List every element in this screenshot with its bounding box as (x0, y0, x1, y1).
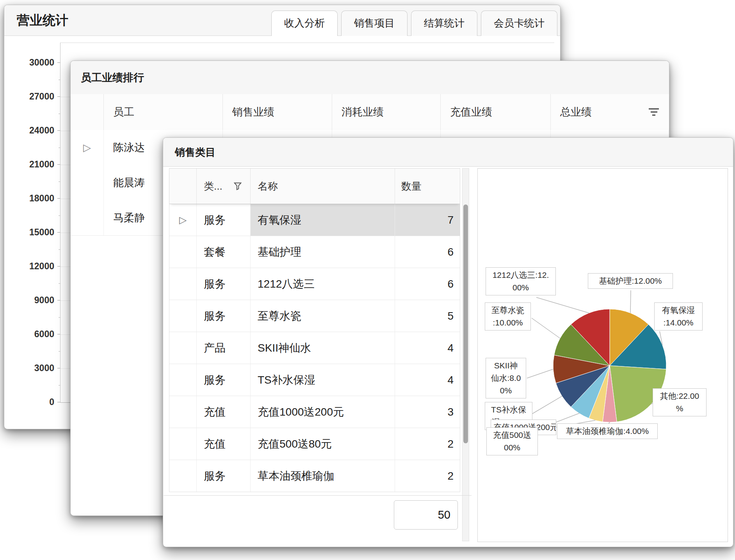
pie-label-line: 00% (488, 281, 553, 294)
column-filter-icon[interactable] (649, 108, 659, 116)
column-header-label: 消耗业绩 (342, 105, 384, 119)
qty-cell: 4 (395, 332, 460, 364)
pie-label-line: 有氧保湿 (657, 304, 700, 316)
tab-销售项目[interactable]: 销售项目 (341, 11, 408, 36)
row-expand-cell (169, 364, 197, 396)
pie-label-lqita: 其他:22.00% (653, 388, 707, 416)
y-axis-minor-tick (59, 148, 60, 148)
pie-label-lskii: SKII神仙水:8.00% (486, 358, 526, 398)
y-axis-minor-tick (59, 317, 60, 318)
y-axis-major-tick (57, 368, 60, 368)
pie-label-line: 至尊水瓷 (488, 304, 528, 316)
pie-label-lyouyang: 有氧保湿:14.00% (654, 302, 703, 331)
business-stats-titlebar: 营业统计 收入分析销售项目结算统计会员卡统计 (4, 5, 560, 36)
tab-收入分析[interactable]: 收入分析 (271, 11, 338, 36)
column-header-label: 员工 (113, 105, 134, 119)
column-header-label: 销售业绩 (232, 105, 274, 119)
y-axis-minor-tick (59, 249, 60, 250)
category-cell: 充值 (197, 428, 251, 460)
sales-table-body: ▷服务有氧保湿7套餐基础护理6服务1212八选三6服务至尊水瓷5产品SKII神仙… (169, 204, 460, 492)
summary-divider (164, 495, 472, 496)
qty-summary-total: 50 (438, 508, 450, 521)
sales-row[interactable]: 服务1212八选三6 (169, 268, 460, 300)
y-axis-minor-tick (59, 215, 60, 216)
pie-slices (553, 309, 666, 422)
category-cell: 充值 (197, 396, 251, 428)
sales-category-titlebar: 销售类目 (163, 138, 733, 167)
name-cell: 充值1000送200元 (251, 396, 395, 428)
qty-cell: 3 (395, 396, 460, 428)
tab-会员卡统计[interactable]: 会员卡统计 (481, 11, 557, 36)
category-column-label: 类... (204, 180, 222, 193)
scrollbar-thumb[interactable] (463, 204, 468, 443)
sales-row[interactable]: ▷服务有氧保湿7 (169, 204, 460, 236)
row-expand-cell (71, 165, 104, 200)
y-axis-minor-tick (59, 114, 60, 114)
pie-label-l1212: 1212八选三:12.00% (486, 267, 556, 295)
y-axis-major-tick (57, 164, 60, 165)
pie-label-line: SKII神 (488, 359, 523, 372)
category-cell: 服务 (197, 204, 251, 236)
y-axis-minor-tick (59, 283, 60, 284)
pie-label-lzhizun: 至尊水瓷:10.00% (485, 302, 531, 331)
tab-strip: 收入分析销售项目结算统计会员卡统计 (271, 11, 557, 36)
column-header-label: 总业绩 (560, 105, 592, 119)
y-axis-major-tick (57, 198, 60, 199)
category-cell: 套餐 (197, 236, 251, 268)
sales-row[interactable]: 充值充值500送80元2 (169, 428, 460, 460)
row-expand-cell (169, 332, 197, 364)
sales-row[interactable]: 充值充值1000送200元3 (169, 396, 460, 428)
qty-cell: 7 (395, 204, 460, 236)
pie-label-line: 1212八选三:12. (488, 269, 553, 281)
y-axis-major-tick (57, 402, 60, 402)
column-header-销售业绩: 销售业绩 (223, 94, 332, 130)
y-axis-tick-label: 18000 (10, 192, 54, 204)
name-cell: 基础护理 (251, 236, 395, 268)
pie-chart-panel: 1212八选三:12.00%基础护理:12.00%有氧保湿:14.00%至尊水瓷… (477, 168, 728, 542)
sales-row[interactable]: 服务TS补水保湿4 (169, 364, 460, 396)
sales-row[interactable]: 服务至尊水瓷5 (169, 300, 460, 332)
column-header-员工: 员工 (104, 94, 223, 130)
employee-table-header: 员工销售业绩消耗业绩充值业绩总业绩 (71, 94, 669, 130)
qty-column-header: 数量 (395, 169, 460, 204)
qty-cell: 2 (395, 428, 460, 460)
row-expand-cell (169, 268, 197, 300)
sales-row[interactable]: 套餐基础护理6 (169, 236, 460, 268)
qty-cell: 2 (395, 460, 460, 492)
column-header-总业绩: 总业绩 (551, 94, 669, 130)
filter-funnel-icon[interactable] (233, 182, 242, 190)
row-expand-arrow[interactable]: ▷ (71, 130, 104, 165)
business-stats-title: 营业统计 (17, 12, 68, 29)
pie-label-lcaoben: 草本油颈椎瑜伽:4.00% (557, 423, 658, 439)
name-cell: 有氧保湿 (251, 204, 395, 236)
tab-结算统计[interactable]: 结算统计 (411, 11, 477, 36)
y-axis-tick-label: 6000 (10, 328, 54, 340)
expand-column-header (71, 94, 104, 130)
qty-column-label: 数量 (401, 180, 422, 193)
y-axis-tick-label: 3000 (10, 362, 54, 374)
y-axis-tick-label: 15000 (10, 226, 54, 238)
name-cell: 充值500送80元 (251, 428, 395, 460)
column-header-充值业绩: 充值业绩 (441, 94, 551, 130)
y-axis-major-tick (57, 232, 60, 233)
pie-label-line: 0% (488, 384, 523, 397)
expand-column-header (169, 169, 197, 204)
sales-category-window: 销售类目 类... 名称 数量 ▷服务有氧保湿7套餐基础护理6服务1212八选三… (163, 137, 733, 547)
employee-ranking-titlebar: 员工业绩排行 (71, 61, 669, 94)
y-axis-tick-label: 9000 (10, 294, 54, 306)
sales-row[interactable]: 产品SKII神仙水4 (169, 332, 460, 364)
category-column-header: 类... (197, 169, 251, 204)
y-axis-major-tick (57, 130, 60, 131)
qty-cell: 6 (395, 236, 460, 268)
y-axis-tick-label: 24000 (10, 124, 54, 137)
column-header-label: 充值业绩 (450, 105, 492, 119)
y-axis-tick-label: 0 (10, 396, 54, 408)
vertical-scrollbar[interactable] (462, 168, 469, 541)
pie-label-line: TS补水保 (488, 404, 530, 416)
row-expand-arrow[interactable]: ▷ (169, 204, 197, 236)
sales-row[interactable]: 服务草本油颈椎瑜伽2 (169, 460, 460, 492)
pie-label-line: 其他:22.00 (655, 390, 704, 402)
name-column-label: 名称 (258, 180, 278, 193)
qty-cell: 4 (395, 364, 460, 396)
row-expand-cell (169, 460, 197, 492)
